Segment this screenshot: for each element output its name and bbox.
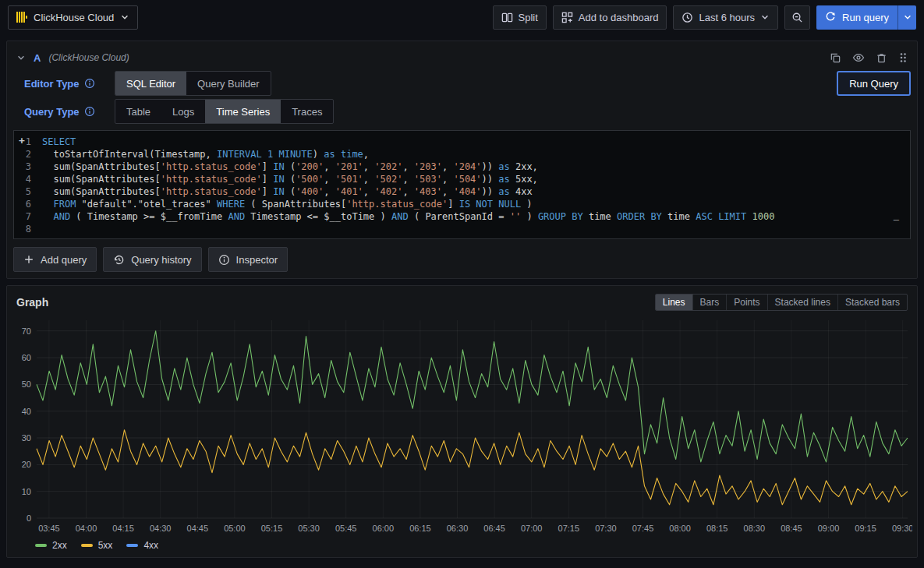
legend-label: 2xx bbox=[52, 540, 67, 551]
drag-handle[interactable] bbox=[898, 51, 908, 64]
split-label: Split bbox=[519, 12, 538, 23]
duplicate-icon bbox=[830, 52, 841, 64]
query-type-traces[interactable]: Traces bbox=[281, 100, 333, 123]
query-type-logs[interactable]: Logs bbox=[161, 100, 205, 123]
collapse-chevron-icon[interactable] bbox=[16, 53, 26, 62]
svg-text:08:45: 08:45 bbox=[781, 524, 802, 533]
time-range-label: Last 6 hours bbox=[699, 12, 755, 23]
sql-line[interactable]: 6 FROM "default"."otel_traces" WHERE ( S… bbox=[14, 198, 910, 210]
query-type-toggle: Table Logs Time Series Traces bbox=[115, 99, 334, 124]
legend-swatch bbox=[126, 544, 138, 547]
query-type-label-wrap: Query Type bbox=[13, 106, 115, 118]
drag-handle-icon bbox=[898, 51, 908, 64]
add-to-dashboard-label: Add to dashboard bbox=[579, 12, 659, 23]
info-icon[interactable] bbox=[84, 106, 95, 117]
svg-text:07:00: 07:00 bbox=[521, 524, 543, 533]
legend-item-5xx[interactable]: 5xx bbox=[81, 540, 113, 551]
svg-text:06:15: 06:15 bbox=[409, 524, 431, 533]
add-to-dashboard-icon bbox=[561, 12, 573, 23]
datasource-picker[interactable]: ClickHouse Cloud bbox=[8, 5, 138, 30]
svg-text:10: 10 bbox=[22, 487, 31, 496]
inspector-button[interactable]: Inspector bbox=[208, 247, 288, 272]
svg-text:09:30: 09:30 bbox=[892, 524, 912, 533]
split-button[interactable]: Split bbox=[493, 5, 547, 30]
svg-text:40: 40 bbox=[22, 407, 31, 416]
editor-type-sql-editor[interactable]: SQL Editor bbox=[115, 72, 186, 95]
view-mode-stacked-lines[interactable]: Stacked lines bbox=[767, 295, 837, 310]
run-query-split-button: Run query bbox=[816, 5, 916, 30]
split-icon bbox=[501, 12, 513, 23]
query-history-button[interactable]: Query history bbox=[103, 247, 201, 272]
svg-text:70: 70 bbox=[22, 326, 31, 336]
panel-run-query-button[interactable]: Run Query bbox=[837, 71, 911, 96]
svg-text:08:15: 08:15 bbox=[706, 524, 728, 533]
legend-label: 5xx bbox=[98, 540, 113, 551]
svg-text:09:00: 09:00 bbox=[818, 524, 840, 533]
svg-text:07:15: 07:15 bbox=[558, 524, 580, 533]
sql-line[interactable]: 3 sum(SpanAttributes['http.status_code']… bbox=[14, 161, 910, 173]
add-line-icon[interactable]: + bbox=[19, 135, 25, 147]
legend-swatch bbox=[81, 544, 93, 547]
svg-text:04:45: 04:45 bbox=[187, 524, 209, 533]
view-mode-stacked-bars[interactable]: Stacked bars bbox=[837, 295, 907, 310]
info-icon bbox=[218, 254, 230, 266]
svg-text:04:15: 04:15 bbox=[112, 524, 134, 533]
time-range-picker[interactable]: Last 6 hours bbox=[673, 5, 778, 30]
editor-type-label: Editor Type bbox=[24, 78, 80, 90]
add-query-button[interactable]: Add query bbox=[13, 247, 97, 272]
chevron-down-icon bbox=[120, 12, 129, 22]
legend-swatch bbox=[35, 544, 47, 547]
sql-line[interactable]: 4 sum(SpanAttributes['http.status_code']… bbox=[14, 173, 910, 185]
svg-text:50: 50 bbox=[22, 379, 31, 389]
zoom-out-icon bbox=[791, 12, 803, 23]
sql-line[interactable]: 5 sum(SpanAttributes['http.status_code']… bbox=[14, 185, 910, 198]
view-mode-bars[interactable]: Bars bbox=[692, 295, 727, 310]
sql-line[interactable]: 7 AND ( Timestamp >= $__fromTime AND Tim… bbox=[14, 210, 910, 223]
delete-query-button[interactable] bbox=[876, 52, 887, 64]
query-type-table[interactable]: Table bbox=[115, 100, 161, 123]
run-query-dropdown[interactable] bbox=[897, 5, 916, 30]
svg-text:20: 20 bbox=[22, 460, 31, 469]
eye-icon bbox=[852, 51, 865, 64]
sql-code: +1SELECT2 toStartOfInterval(Timestamp, I… bbox=[14, 136, 910, 235]
clock-icon bbox=[681, 12, 693, 23]
add-to-dashboard-button[interactable]: Add to dashboard bbox=[553, 5, 667, 30]
svg-text:05:45: 05:45 bbox=[335, 524, 357, 533]
svg-text:06:00: 06:00 bbox=[373, 524, 395, 533]
svg-text:05:00: 05:00 bbox=[224, 524, 246, 533]
sync-icon bbox=[825, 12, 836, 23]
svg-text:04:30: 04:30 bbox=[150, 524, 172, 533]
legend-item-4xx[interactable]: 4xx bbox=[126, 540, 158, 551]
datasource-name: ClickHouse Cloud bbox=[34, 12, 114, 23]
graph-view-toggle: Lines Bars Points Stacked lines Stacked … bbox=[655, 294, 908, 311]
view-mode-points[interactable]: Points bbox=[726, 295, 766, 310]
svg-text:06:30: 06:30 bbox=[447, 524, 469, 533]
history-icon bbox=[113, 254, 125, 266]
editor-type-toggle: SQL Editor Query Builder bbox=[115, 71, 271, 96]
graph-panel: Graph Lines Bars Points Stacked lines St… bbox=[6, 285, 918, 558]
legend-item-2xx[interactable]: 2xx bbox=[35, 540, 67, 551]
zoom-out-button[interactable] bbox=[784, 5, 810, 30]
query-editor-footer: Add query Query history Inspector bbox=[13, 247, 911, 272]
toggle-visibility-button[interactable] bbox=[852, 51, 865, 64]
svg-text:03:45: 03:45 bbox=[38, 524, 60, 533]
svg-text:09:15: 09:15 bbox=[855, 524, 876, 533]
duplicate-query-button[interactable] bbox=[830, 52, 841, 64]
query-type-row: Query Type Table Logs Time Series Traces bbox=[13, 99, 911, 124]
run-query-button[interactable]: Run query bbox=[816, 5, 897, 30]
svg-text:07:30: 07:30 bbox=[595, 524, 617, 533]
svg-text:08:00: 08:00 bbox=[669, 524, 691, 533]
sql-line[interactable]: 8 bbox=[14, 223, 910, 235]
sql-code-editor[interactable]: +1SELECT2 toStartOfInterval(Timestamp, I… bbox=[13, 130, 911, 239]
query-ref-id: A bbox=[34, 52, 41, 64]
svg-text:60: 60 bbox=[22, 353, 31, 362]
svg-text:30: 30 bbox=[22, 433, 31, 443]
time-series-chart[interactable]: 03:4504:0004:1504:3004:4505:0005:1505:30… bbox=[13, 316, 912, 537]
sql-line[interactable]: +1SELECT bbox=[14, 136, 910, 148]
sql-line[interactable]: 2 toStartOfInterval(Timestamp, INTERVAL … bbox=[14, 148, 910, 161]
query-type-time-series[interactable]: Time Series bbox=[205, 100, 281, 123]
editor-type-query-builder[interactable]: Query Builder bbox=[186, 72, 270, 95]
view-mode-lines[interactable]: Lines bbox=[656, 295, 692, 310]
info-icon[interactable] bbox=[84, 78, 95, 89]
svg-text:0: 0 bbox=[27, 513, 31, 523]
